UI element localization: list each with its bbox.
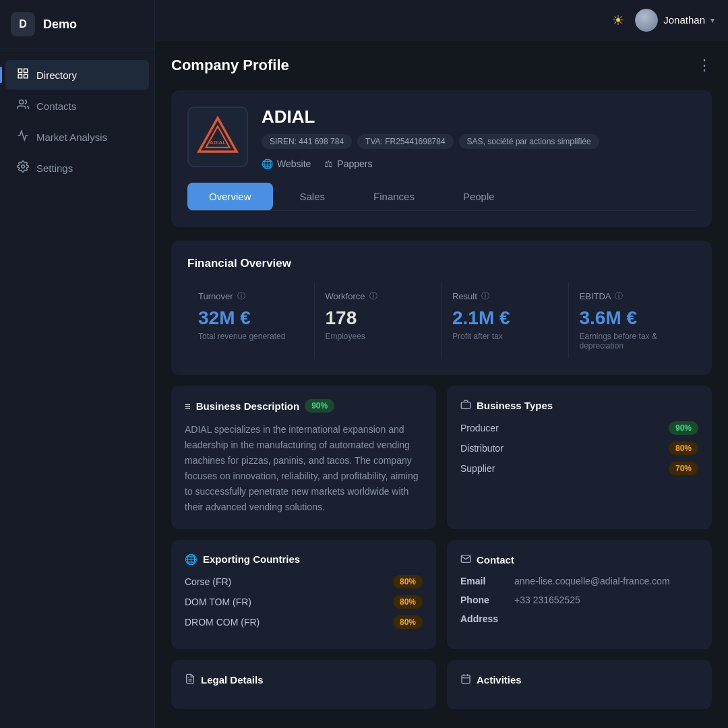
more-options-icon[interactable]: ⋮ <box>697 57 712 74</box>
sidebar-item-settings[interactable]: Settings <box>5 153 149 183</box>
sidebar: D Demo Directory Contacts <box>0 0 155 728</box>
svg-rect-1 <box>24 69 28 72</box>
business-types-card: Business Types Producer 90% Distributor … <box>447 386 712 529</box>
financial-workforce: Workforce ⓘ 178 Employees <box>315 282 442 359</box>
country-conf-1: 80% <box>393 595 423 609</box>
company-card: ADIAL ADIAL SIREN: 441 698 784 TVA: FR25… <box>171 90 712 227</box>
avatar <box>635 9 658 32</box>
sidebar-item-contacts[interactable]: Contacts <box>5 91 149 121</box>
tab-sales[interactable]: Sales <box>278 183 347 210</box>
pappers-label: Pappers <box>337 158 372 169</box>
website-link[interactable]: 🌐 Website <box>262 158 311 169</box>
sidebar-item-directory[interactable]: Directory <box>5 60 149 90</box>
country-label-2: DROM COM (FR) <box>185 617 260 628</box>
tab-people[interactable]: People <box>442 183 516 210</box>
contact-phone-row: Phone +33 231652525 <box>460 595 698 605</box>
result-desc: Profit after tax <box>452 332 557 341</box>
topbar: ☀ Jonathan ▾ <box>155 0 728 40</box>
business-description-card: ≡ Business Description 90% ADIAL special… <box>171 386 436 529</box>
scales-icon: ⚖ <box>324 158 333 169</box>
ebitda-desc: Earnings before tax & depreciation <box>580 332 686 351</box>
business-description-text: ADIAL specializes in the international e… <box>185 422 423 516</box>
company-badges: SIREN: 441 698 784 TVA: FR25441698784 SA… <box>262 134 696 149</box>
page-title: Company Profile <box>171 57 289 74</box>
workforce-info-icon: ⓘ <box>369 291 377 302</box>
business-type-conf-0: 90% <box>669 421 698 435</box>
pappers-link[interactable]: ⚖ Pappers <box>324 158 372 169</box>
contact-email-row: Email anne-lise.coquelle@adial-france.co… <box>460 576 698 586</box>
financial-overview-title: Financial Overview <box>187 257 696 270</box>
business-type-label-2: Supplier <box>460 463 495 474</box>
country-row-2: DROM COM (FR) 80% <box>185 615 423 629</box>
turnover-value: 32M € <box>198 307 303 329</box>
workforce-label: Workforce ⓘ <box>326 291 431 302</box>
turnover-label: Turnover ⓘ <box>198 291 303 302</box>
turnover-desc: Total revenue generated <box>198 332 303 341</box>
svg-rect-13 <box>462 675 470 683</box>
country-label-1: DOM TOM (FR) <box>185 597 251 607</box>
legal-details-card: Legal Details <box>171 660 436 709</box>
svg-point-4 <box>20 100 24 104</box>
user-menu[interactable]: Jonathan ▾ <box>635 9 715 32</box>
avatar-image <box>635 9 658 32</box>
turnover-info-icon: ⓘ <box>237 291 245 302</box>
result-info-icon: ⓘ <box>481 291 489 302</box>
contacts-icon <box>16 98 30 113</box>
phone-label: Phone <box>460 595 514 605</box>
country-row-0: Corse (FR) 80% <box>185 575 423 588</box>
tab-finances[interactable]: Finances <box>352 183 436 210</box>
directory-icon <box>16 67 30 82</box>
sidebar-item-market-analysis[interactable]: Market Analysis <box>5 122 149 152</box>
business-type-label-0: Producer <box>460 423 499 433</box>
country-conf-0: 80% <box>393 575 423 588</box>
globe-icon: 🌐 <box>262 158 273 169</box>
website-label: Website <box>277 158 311 169</box>
company-header: ADIAL ADIAL SIREN: 441 698 784 TVA: FR25… <box>187 107 696 169</box>
activities-title: Activities <box>460 673 698 686</box>
business-description-confidence: 90% <box>305 399 334 413</box>
svg-rect-3 <box>24 75 28 78</box>
company-info: ADIAL SIREN: 441 698 784 TVA: FR25441698… <box>262 107 696 169</box>
svg-rect-10 <box>461 402 470 408</box>
email-label: Email <box>460 576 514 586</box>
business-description-title: ≡ Business Description 90% <box>185 399 423 413</box>
workforce-desc: Employees <box>326 332 431 341</box>
market-analysis-icon <box>16 129 30 144</box>
bottom-cards: Legal Details Activities <box>171 660 712 709</box>
app-title: Demo <box>43 18 77 32</box>
business-type-row-1: Distributor 80% <box>460 442 698 455</box>
exporting-countries-card: 🌐 Exporting Countries Corse (FR) 80% DOM… <box>171 540 436 649</box>
email-value: anne-lise.coquelle@adial-france.com <box>514 576 670 586</box>
chevron-down-icon: ▾ <box>710 16 715 25</box>
business-type-row-0: Producer 90% <box>460 421 698 435</box>
contact-address-row: Address <box>460 613 698 624</box>
financial-ebitda: EBITDA ⓘ 3.6M € Earnings before tax & de… <box>569 282 696 359</box>
tab-overview[interactable]: Overview <box>187 183 273 210</box>
address-label: Address <box>460 613 514 624</box>
legal-icon <box>185 673 195 686</box>
sidebar-item-contacts-label: Contacts <box>36 100 76 112</box>
workforce-value: 178 <box>326 307 431 329</box>
svg-text:ADIAL: ADIAL <box>210 140 226 146</box>
svg-point-5 <box>22 165 25 169</box>
briefcase-icon <box>460 399 471 412</box>
company-logo: ADIAL <box>187 107 248 167</box>
ebitda-label: EBITDA ⓘ <box>580 291 686 302</box>
financial-grid: Turnover ⓘ 32M € Total revenue generated… <box>187 282 696 359</box>
sidebar-item-settings-label: Settings <box>36 162 73 174</box>
sidebar-header: D Demo <box>0 0 154 49</box>
page-header: Company Profile ⋮ <box>171 57 712 74</box>
business-type-label-1: Distributor <box>460 443 504 454</box>
content-area: Company Profile ⋮ ADIAL ADIAL SIREN: 4 <box>155 40 728 728</box>
tva-badge: TVA: FR25441698784 <box>357 134 454 149</box>
two-col-row-1: ≡ Business Description 90% ADIAL special… <box>171 386 712 529</box>
financial-result: Result ⓘ 2.1M € Profit after tax <box>442 282 569 359</box>
sidebar-item-directory-label: Directory <box>36 69 77 81</box>
exporting-countries-title: 🌐 Exporting Countries <box>185 553 423 566</box>
result-label: Result ⓘ <box>452 291 557 302</box>
sun-icon[interactable]: ☀ <box>612 12 624 28</box>
result-value: 2.1M € <box>452 307 557 329</box>
list-icon: ≡ <box>185 400 191 412</box>
company-links: 🌐 Website ⚖ Pappers <box>262 158 696 169</box>
svg-rect-0 <box>18 69 22 72</box>
